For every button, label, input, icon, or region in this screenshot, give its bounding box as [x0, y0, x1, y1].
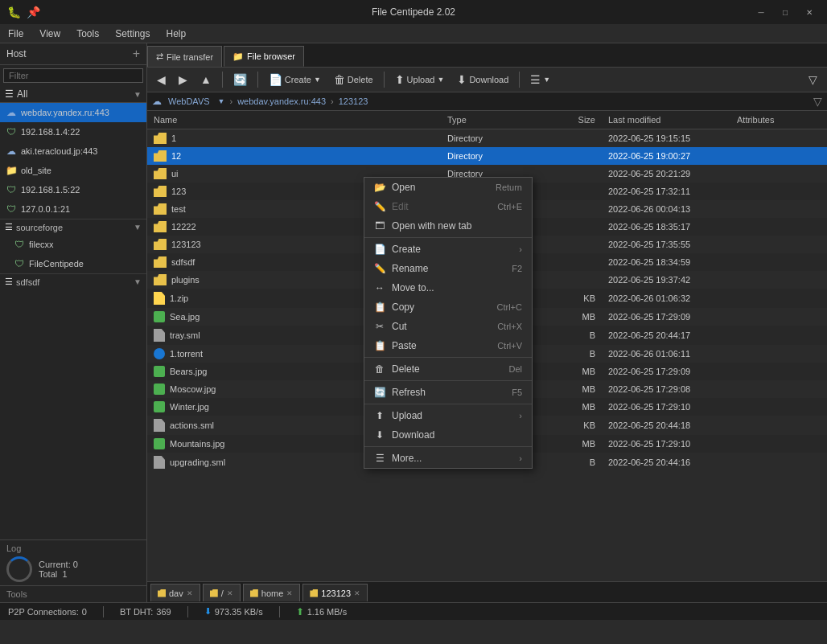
sidebar-item-label: aki.teracloud.jp:443 — [21, 146, 142, 156]
context-menu-item-download[interactable]: ⬇ Download — [364, 425, 532, 445]
forward-button[interactable]: ▶ — [174, 71, 192, 88]
file-size — [537, 278, 602, 281]
group-sourceforge[interactable]: ☰ sourceforge ▼ — [0, 219, 146, 235]
sidebar-item-ip2[interactable]: 🛡 192.168.1.5:22 — [0, 180, 146, 199]
context-menu-item-cut[interactable]: ✂ Cut Ctrl+X — [364, 317, 532, 336]
btab-root[interactable]: / ✕ — [203, 584, 241, 601]
image-icon — [154, 401, 165, 412]
file-attrs — [730, 461, 827, 464]
context-menu-item-paste[interactable]: 📋 Paste Ctrl+V — [364, 336, 532, 355]
p2p-value: 0 — [82, 607, 87, 617]
shield-icon: 🛡 — [5, 203, 18, 215]
close-button[interactable]: ✕ — [798, 5, 821, 19]
folder-icon — [250, 589, 258, 597]
btab-123123[interactable]: 123123 ✕ — [302, 584, 368, 601]
btab-dav[interactable]: dav ✕ — [150, 584, 200, 601]
tab-file-browser[interactable]: 📁 File browser — [224, 46, 304, 67]
maximize-button[interactable]: □ — [774, 5, 796, 19]
pin-icon[interactable]: 📌 — [26, 5, 40, 19]
btab-close[interactable]: ✕ — [227, 589, 233, 597]
col-header-type[interactable]: Type — [441, 113, 537, 127]
create-button[interactable]: 📄Create▼ — [264, 71, 326, 88]
col-header-size[interactable]: Size — [537, 113, 602, 127]
context-menu-item-more[interactable]: ☰ More... › — [364, 449, 532, 468]
sidebar-item-local[interactable]: 🛡 127.0.0.1:21 — [0, 199, 146, 219]
tab-label: File transfer — [167, 52, 213, 62]
p2p-connections: P2P Connections: 0 — [8, 607, 87, 617]
breadcrumb-root[interactable]: WebDAVS — [165, 96, 213, 107]
ctx-label: Open — [392, 182, 415, 193]
filter-button[interactable]: ▽ — [804, 71, 822, 88]
sidebar-item-filecentipede[interactable]: 🛡 FileCentipede — [0, 254, 146, 273]
ctx-label: Refresh — [392, 387, 426, 398]
col-header-attributes[interactable]: Attributes — [730, 113, 827, 127]
menu-help[interactable]: Help — [158, 27, 195, 41]
folder-icon — [154, 274, 167, 285]
sidebar-item-oldsite[interactable]: 📁 old_site — [0, 161, 146, 180]
sidebar-item-filecxx[interactable]: 🛡 filecxx — [0, 235, 146, 254]
context-menu-separator — [364, 237, 532, 238]
context-menu-item-open-new-tab[interactable]: 🗔 Open with new tab — [364, 216, 532, 236]
context-menu-item-copy[interactable]: 📋 Copy Ctrl+C — [364, 297, 532, 317]
menu-view[interactable]: View — [31, 27, 68, 41]
sidebar-item-aki[interactable]: ☁ aki.teracloud.jp:443 — [0, 142, 146, 161]
back-button[interactable]: ◀ — [152, 71, 171, 88]
ctx-icon: 📋 — [374, 340, 385, 351]
btab-close[interactable]: ✕ — [187, 589, 193, 597]
context-menu-item-refresh[interactable]: 🔄 Refresh F5 — [364, 383, 532, 402]
context-menu-item-create[interactable]: 📄 Create › — [364, 240, 532, 259]
context-menu-item-upload[interactable]: ⬆ Upload › — [364, 406, 532, 425]
group-selector[interactable]: ☰ All ▼ — [0, 86, 146, 103]
context-menu-item-rename[interactable]: ✏️ Rename F2 — [364, 259, 532, 278]
host-header: Host + — [0, 43, 146, 65]
context-menu-item-delete[interactable]: 🗑 Delete Del — [364, 359, 532, 379]
menu-settings[interactable]: Settings — [107, 27, 158, 41]
delete-button[interactable]: 🗑Delete — [329, 71, 378, 88]
filter-icon[interactable]: ▽ — [813, 95, 822, 108]
cloud-icon: ☁ — [5, 145, 18, 158]
separator — [519, 72, 520, 88]
group-sdfsdf[interactable]: ☰ sdfsdf ▼ — [0, 273, 146, 289]
log-section: Log Current: 0 Total 1 — [0, 539, 146, 585]
tab-file-transfer[interactable]: ⇄ File transfer — [147, 46, 222, 67]
create-arrow: ▼ — [314, 76, 321, 84]
file-attrs — [730, 260, 827, 264]
submenu-arrow: › — [519, 453, 522, 463]
menu-tools[interactable]: Tools — [68, 27, 107, 41]
add-host-button[interactable]: + — [133, 47, 140, 61]
table-row[interactable]: 1 Directory 2022-06-25 19:15:15 — [147, 129, 827, 147]
file-transfer-icon: ⇄ — [156, 51, 163, 62]
file-attrs — [730, 424, 827, 427]
filter-input[interactable] — [3, 68, 143, 83]
sidebar-item-webdav[interactable]: ☁ webdav.yandex.ru:443 — [0, 103, 146, 122]
breadcrumb-host[interactable]: webdav.yandex.ru:443 — [234, 96, 329, 107]
context-menu-item-open[interactable]: 📂 Open Return — [364, 178, 532, 197]
ctx-label: Rename — [392, 263, 428, 274]
file-attrs — [730, 154, 827, 158]
btab-home[interactable]: home ✕ — [243, 584, 301, 601]
col-header-name[interactable]: Name — [147, 113, 441, 127]
context-menu-item-move-to[interactable]: ↔ Move to... — [364, 278, 532, 297]
file-attrs — [730, 190, 827, 193]
group-label: All — [17, 88, 134, 100]
breadcrumb-path[interactable]: 123123 — [335, 96, 372, 107]
download-button[interactable]: ⬇Download — [452, 71, 513, 88]
file-size — [537, 172, 602, 175]
ctx-label: Paste — [392, 340, 417, 351]
folder-icon — [154, 150, 167, 162]
refresh-button[interactable]: 🔄 — [228, 71, 252, 88]
up-button[interactable]: ▲ — [195, 71, 216, 88]
upload-icon: ⬆ — [296, 606, 304, 617]
menu-button[interactable]: ☰▼ — [525, 71, 555, 88]
btab-close[interactable]: ✕ — [354, 589, 360, 597]
menu-file[interactable]: File — [0, 27, 31, 41]
table-row[interactable]: 12 Directory 2022-06-25 19:00:27 — [147, 147, 827, 165]
col-header-modified[interactable]: Last modified — [602, 113, 730, 127]
file-attrs — [730, 137, 827, 140]
breadcrumb: WebDAVS ▼ › webdav.yandex.ru:443 › 12312… — [165, 96, 371, 107]
file-size: KB — [537, 419, 602, 432]
minimize-button[interactable]: ─ — [750, 5, 772, 19]
btab-close[interactable]: ✕ — [286, 589, 293, 597]
upload-button[interactable]: ⬆Upload▼ — [390, 71, 450, 88]
sidebar-item-ip1[interactable]: 🛡 192.168.1.4:22 — [0, 122, 146, 142]
